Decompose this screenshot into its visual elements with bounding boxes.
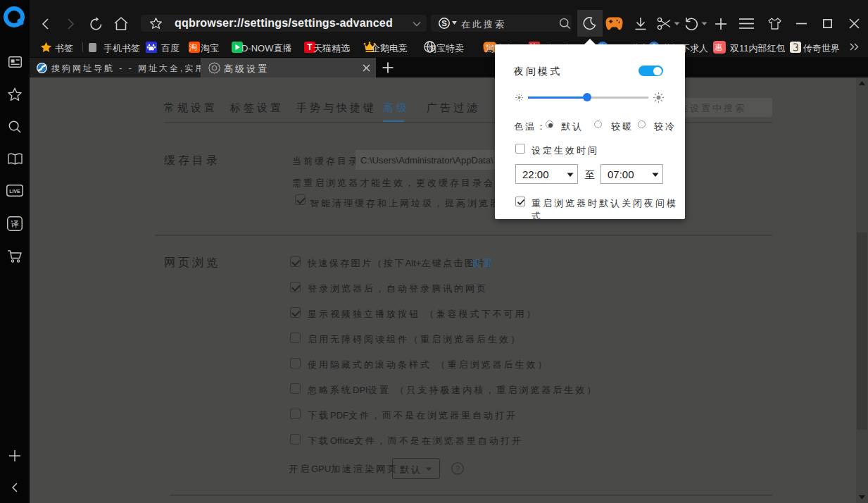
svg-text:译: 译 xyxy=(11,219,19,229)
svg-text:?: ? xyxy=(455,464,460,473)
svg-text:LIVE: LIVE xyxy=(9,189,20,194)
svg-text:S: S xyxy=(441,19,447,27)
